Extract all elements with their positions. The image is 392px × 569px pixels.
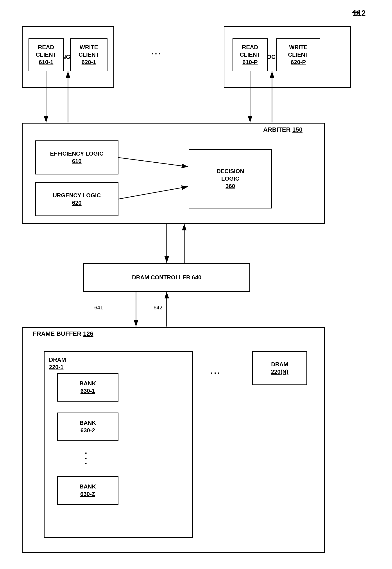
bank-630-1-label: BANK <box>79 380 96 387</box>
proc-engine-ellipsis: ... <box>151 47 162 57</box>
write-client-1-box: WRITECLIENT 620-1 <box>70 38 108 71</box>
bank-630-1-ref: 630-1 <box>81 387 95 395</box>
dram-220-1-ref: 220-1 <box>49 364 66 371</box>
dram-ellipsis: ... <box>210 367 221 376</box>
read-client-p-ref: 610-P <box>242 58 258 66</box>
read-client-1-ref: 610-1 <box>39 58 54 66</box>
urgency-logic-ref: 620 <box>72 199 81 207</box>
urgency-logic-box: URGENCY LOGIC 620 <box>35 182 118 216</box>
read-client-p-box: READCLIENT 610-P <box>233 38 268 71</box>
read-client-p-label: READCLIENT <box>240 44 260 58</box>
urgency-logic-label: URGENCY LOGIC <box>53 192 101 199</box>
dram-controller-label: DRAM CONTROLLER 640 <box>132 274 201 281</box>
arbiter-label: ARBITER 150 <box>263 126 303 133</box>
arrow-641-label: 641 <box>94 305 103 311</box>
bank-630-1-box: BANK 630-1 <box>57 373 118 402</box>
frame-buffer-label: FRAME BUFFER 126 <box>33 330 93 337</box>
bank-630-z-box: BANK 630-Z <box>57 476 118 505</box>
read-client-1-box: READCLIENT 610-1 <box>28 38 64 71</box>
write-client-p-box: WRITECLIENT 620-P <box>276 38 320 71</box>
write-client-p-label: WRITECLIENT <box>288 44 309 58</box>
bank-630-2-ref: 630-2 <box>81 427 95 434</box>
efficiency-logic-ref: 610 <box>72 157 81 165</box>
decision-logic-box: DECISIONLOGIC 360 <box>189 149 272 209</box>
bank-630-2-label: BANK <box>79 419 96 427</box>
read-client-1-label: READCLIENT <box>36 44 56 58</box>
bank-630-z-ref: 630-Z <box>80 490 95 498</box>
dram-220-n-box: DRAM 220(N) <box>252 351 307 385</box>
diagram: ↗ 112 PROC ENGINE 140-1 READCLIENT 610-1… <box>0 0 392 569</box>
decision-logic-ref: 360 <box>225 183 235 190</box>
bank-ellipsis: · · · <box>81 452 90 465</box>
write-client-1-label: WRITECLIENT <box>79 44 99 58</box>
dram-controller-box: DRAM CONTROLLER 640 <box>83 263 250 292</box>
dram-220-1-label: DRAM <box>49 356 66 364</box>
dram-220-n-label: DRAM <box>271 361 288 368</box>
decision-logic-label: DECISIONLOGIC <box>217 168 244 183</box>
bank-630-z-label: BANK <box>79 483 96 490</box>
dram-220-n-ref: 220(N) <box>271 368 288 376</box>
arrow-642-label: 642 <box>154 305 162 311</box>
write-client-p-ref: 620-P <box>291 58 306 66</box>
bank-630-2-box: BANK 630-2 <box>57 413 118 441</box>
write-client-1-ref: 620-1 <box>82 58 96 66</box>
efficiency-logic-box: EFFICIENCY LOGIC 610 <box>35 141 118 174</box>
efficiency-logic-label: EFFICIENCY LOGIC <box>50 150 104 157</box>
figure-number: 112 <box>352 9 366 18</box>
